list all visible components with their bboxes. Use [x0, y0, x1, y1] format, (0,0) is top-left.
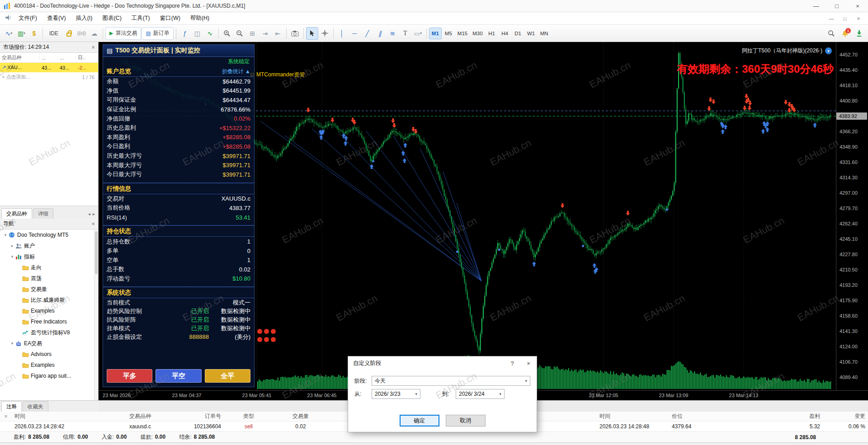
- nav-item-账户[interactable]: ▸账户: [0, 240, 98, 251]
- timeframe-w1[interactable]: W1: [525, 28, 538, 39]
- nav-item-指标[interactable]: ▾指标: [0, 251, 98, 262]
- hline-tool-button[interactable]: ─: [349, 27, 361, 40]
- chart-type-button[interactable]: ∿▾: [3, 27, 15, 40]
- price-axis[interactable]: 4452.704435.404418.104400.804383.504366.…: [836, 42, 868, 390]
- ide-button[interactable]: IDE: [45, 27, 62, 40]
- menu-item-工[interactable]: 工具(T): [127, 13, 155, 24]
- timeframe-mn[interactable]: MN: [538, 28, 551, 39]
- nav-item-盈亏统计指标V8[interactable]: 盈亏统计指标V8: [0, 327, 98, 338]
- nav-item-Figaro app suit...[interactable]: Figaro app suit...: [0, 370, 98, 381]
- hosting-button[interactable]: ((o)): [75, 27, 88, 40]
- menu-item-图[interactable]: 图表(C): [97, 13, 126, 24]
- trendline-tool-button[interactable]: ╱: [361, 27, 373, 40]
- quick-trade-icon[interactable]: ▾: [825, 47, 832, 54]
- nav-item-震荡[interactable]: 震荡: [0, 273, 98, 284]
- panel-button-平空[interactable]: 平空: [156, 369, 201, 383]
- vline-tool-button[interactable]: │: [336, 27, 348, 40]
- channel-tool-button[interactable]: ∥: [374, 27, 386, 40]
- shapes-tool-button[interactable]: ▭▾: [412, 27, 424, 40]
- window-maximize-button[interactable]: □: [826, 0, 847, 12]
- scrollbar-thumb[interactable]: [95, 231, 98, 274]
- tab-收藏夹[interactable]: 收藏夹: [23, 401, 48, 412]
- menu-item-窗[interactable]: 窗口(W): [155, 13, 185, 24]
- timeframe-m15[interactable]: M15: [455, 28, 470, 39]
- tab-注释[interactable]: 注释: [1, 401, 22, 412]
- cancel-button[interactable]: 取消: [446, 415, 486, 426]
- market-watch-symbol-row[interactable]: ↗ XAU... 43... 43... -2...: [0, 63, 98, 72]
- col-volume[interactable]: 交易量: [274, 412, 328, 420]
- tab-right-icon[interactable]: ▸: [93, 211, 95, 216]
- ok-button[interactable]: 确定: [400, 415, 439, 426]
- to-date-select[interactable]: 2026/ 3/24 ▾: [456, 389, 505, 399]
- from-date-select[interactable]: 2026/ 3/23 ▾: [372, 389, 420, 399]
- col-time-open[interactable]: 时间: [12, 412, 127, 420]
- mdi-minimize-button[interactable]: —: [825, 14, 838, 23]
- lock-button[interactable]: [63, 27, 75, 40]
- zoom-in-button[interactable]: [221, 27, 233, 40]
- timeframe-m30[interactable]: M30: [470, 28, 485, 39]
- mdi-close-button[interactable]: ×: [852, 14, 865, 23]
- nav-item-EA交易[interactable]: ▾EA交易: [0, 338, 98, 349]
- menu-item-帮[interactable]: 帮助(H): [185, 13, 214, 24]
- nav-item-比尔.威廉姆斯[interactable]: 比尔.威廉姆斯: [0, 295, 98, 305]
- expander-icon[interactable]: ▾: [9, 341, 15, 346]
- col-time-close[interactable]: 时间: [597, 412, 669, 420]
- menu-item-查[interactable]: 查看(V): [42, 13, 71, 24]
- timeframe-m5[interactable]: M5: [442, 28, 455, 39]
- new-chart-button[interactable]: ▥▾: [15, 27, 28, 40]
- navigator-scrollbar[interactable]: [94, 230, 98, 400]
- navigator-close-icon[interactable]: ×: [91, 220, 95, 227]
- new-order-button[interactable]: ▤新订单: [142, 27, 173, 40]
- menu-item-插[interactable]: 插入(I): [71, 13, 98, 24]
- algo-trading-button[interactable]: ▶算法交易: [105, 27, 141, 40]
- col-change[interactable]: 变更: [823, 412, 868, 420]
- timeframe-h4[interactable]: H4: [499, 28, 511, 39]
- add-indicator-button[interactable]: ƒ: [179, 27, 191, 40]
- nav-item-Examples[interactable]: Examples: [0, 305, 98, 316]
- menu-item-文[interactable]: 文件(F): [14, 13, 42, 24]
- expander-icon[interactable]: ▸: [9, 244, 15, 248]
- nav-item-走向[interactable]: 走向: [0, 262, 98, 273]
- chart-shift-button[interactable]: ⇤: [272, 27, 284, 40]
- cloud-button[interactable]: ☁: [88, 27, 100, 40]
- nav-item-Examples[interactable]: Examples: [0, 360, 98, 370]
- tab-交易品种[interactable]: 交易品种: [1, 208, 32, 219]
- cursor-tool-button[interactable]: [306, 27, 318, 40]
- notifications-button[interactable]: 1: [839, 27, 851, 40]
- dialog-title-bar[interactable]: 自定义阶段 ? ×: [348, 356, 537, 370]
- fibonacci-tool-button[interactable]: ≋: [387, 27, 399, 40]
- col-price[interactable]: 价位: [669, 412, 728, 420]
- crosshair-tool-button[interactable]: [319, 27, 331, 40]
- collapse-toggle[interactable]: 折叠统计 ▲: [222, 68, 250, 75]
- timeframe-m1[interactable]: M1: [429, 28, 442, 39]
- nav-item-Doo Technology MT5[interactable]: ▾Doo Technology MT5: [0, 230, 98, 240]
- zoom-out-button[interactable]: [234, 27, 246, 40]
- nav-item-交易量[interactable]: 交易量: [0, 284, 98, 295]
- toolbox-close-icon[interactable]: ×: [0, 413, 12, 420]
- timeframe-h1[interactable]: H1: [486, 28, 498, 39]
- symbols-button[interactable]: $: [28, 27, 40, 40]
- market-watch-column[interactable]: 交易品种: [0, 54, 40, 61]
- auto-scroll-button[interactable]: ⇥: [259, 27, 271, 40]
- panel-button-平多[interactable]: 平多: [107, 369, 152, 383]
- window-close-button[interactable]: ×: [847, 0, 868, 12]
- market-watch-close-icon[interactable]: ×: [91, 44, 95, 51]
- dialog-close-button[interactable]: ×: [520, 356, 537, 370]
- tab-left-icon[interactable]: ◂: [88, 211, 90, 216]
- col-order[interactable]: 订单号: [179, 412, 224, 420]
- market-watch-add-row[interactable]: + 点击添加... 1 / 76: [0, 72, 98, 82]
- col-type[interactable]: 类型: [224, 412, 274, 420]
- grid-button[interactable]: ⊞: [246, 27, 259, 40]
- expander-icon[interactable]: ▾: [9, 254, 15, 259]
- window-minimize-button[interactable]: —: [806, 0, 826, 12]
- nav-item-Advisors[interactable]: Advisors: [0, 349, 98, 360]
- tab-详细[interactable]: 详细: [33, 208, 53, 219]
- download-button[interactable]: [853, 27, 865, 40]
- dialog-help-button[interactable]: ?: [504, 356, 520, 370]
- text-tool-button[interactable]: T: [399, 27, 411, 40]
- panel-button-全平[interactable]: 全平: [205, 369, 250, 383]
- phase-select[interactable]: 今天 ▾: [372, 376, 530, 386]
- search-button[interactable]: [825, 27, 837, 40]
- mdi-restore-button[interactable]: □: [838, 14, 852, 23]
- market-watch-column[interactable]: ...: [58, 55, 76, 61]
